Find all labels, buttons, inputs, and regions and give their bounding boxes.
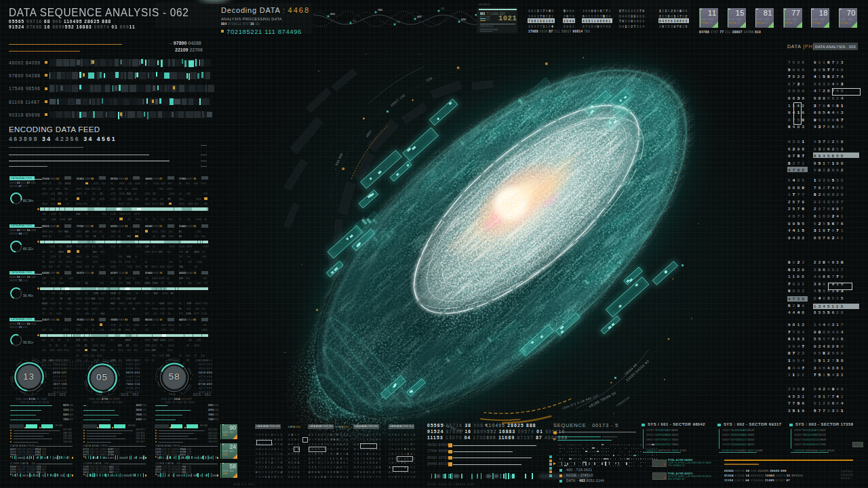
svg-text:0407: 0407 xyxy=(417,16,422,18)
svg-text:6255: 6255 xyxy=(461,18,466,21)
svg-text:238: 238 xyxy=(441,7,444,10)
svg-text:7893: 7893 xyxy=(378,9,382,12)
svg-text:288: 288 xyxy=(397,21,400,24)
svg-text:4533: 4533 xyxy=(330,13,335,16)
svg-text:314: 314 xyxy=(353,20,356,22)
